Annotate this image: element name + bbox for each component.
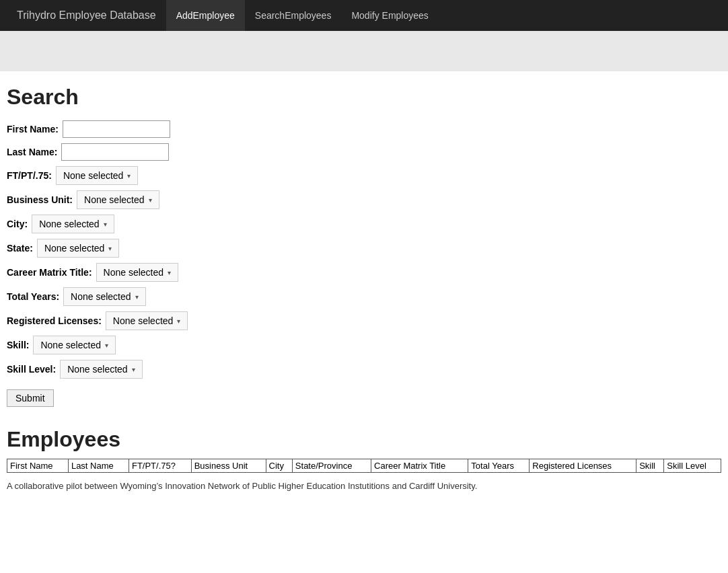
career-matrix-dropdown[interactable]: None selected ▾: [96, 263, 179, 282]
total-years-chevron-icon: ▾: [135, 293, 139, 301]
state-dropdown-label: None selected: [44, 243, 105, 254]
city-row: City: None selected ▾: [7, 215, 721, 233]
state-dropdown[interactable]: None selected ▾: [37, 239, 120, 258]
last-name-input[interactable]: [61, 143, 169, 161]
col-state-province: State/Province: [292, 459, 371, 473]
table-header-row: First Name Last Name FT/PT/.75? Business…: [7, 459, 721, 473]
col-skill-level: Skill Level: [664, 459, 721, 473]
registered-licenses-chevron-icon: ▾: [177, 317, 180, 325]
skill-dropdown[interactable]: None selected ▾: [33, 336, 116, 354]
col-total-years: Total Years: [468, 459, 530, 473]
city-label: City:: [7, 219, 28, 229]
registered-licenses-label: Registered Licenses:: [7, 315, 102, 326]
col-skill: Skill: [636, 459, 664, 473]
skill-label: Skill:: [7, 340, 29, 350]
first-name-label: First Name:: [7, 124, 59, 135]
total-years-row: Total Years: None selected ▾: [7, 287, 721, 306]
first-name-input[interactable]: [63, 120, 170, 138]
first-name-row: First Name:: [7, 120, 721, 138]
col-registered-licenses: Registered Licenses: [530, 459, 636, 473]
col-first-name: First Name: [7, 459, 69, 473]
state-row: State: None selected ▾: [7, 239, 721, 258]
state-label: State:: [7, 243, 33, 254]
registered-licenses-row: Registered Licenses: None selected ▾: [7, 311, 721, 330]
employees-section: Employees First Name Last Name FT/PT/.75…: [7, 427, 721, 491]
skill-chevron-icon: ▾: [105, 342, 108, 349]
ft-pt-chevron-icon: ▾: [127, 172, 131, 180]
skill-level-chevron-icon: ▾: [132, 366, 135, 373]
navbar: Trihydro Employee Database AddEmployee S…: [0, 0, 728, 31]
skill-level-label: Skill Level:: [7, 364, 56, 375]
navbar-brand: Trihydro Employee Database: [7, 9, 166, 22]
col-ft-pt: FT/PT/.75?: [129, 459, 191, 473]
col-last-name: Last Name: [68, 459, 129, 473]
skill-level-row: Skill Level: None selected ▾: [7, 360, 721, 379]
city-dropdown[interactable]: None selected ▾: [32, 215, 114, 233]
skill-dropdown-label: None selected: [40, 340, 101, 350]
career-matrix-label: Career Matrix Title:: [7, 267, 92, 278]
registered-licenses-dropdown[interactable]: None selected ▾: [106, 311, 188, 330]
navbar-item-searchemployees[interactable]: SearchEmployees: [245, 0, 342, 31]
navbar-item-modifyemployees[interactable]: Modify Employees: [341, 0, 438, 31]
business-unit-dropdown[interactable]: None selected ▾: [77, 190, 159, 209]
last-name-row: Last Name:: [7, 143, 721, 161]
skill-level-dropdown[interactable]: None selected ▾: [60, 360, 143, 379]
business-unit-dropdown-label: None selected: [84, 194, 145, 205]
career-matrix-dropdown-label: None selected: [104, 267, 164, 278]
submit-row: Submit: [7, 384, 721, 407]
city-dropdown-label: None selected: [39, 219, 100, 229]
ft-pt-row: FT/PT/.75: None selected ▾: [7, 166, 721, 185]
search-heading: Search: [7, 85, 721, 110]
ft-pt-dropdown-label: None selected: [63, 170, 124, 181]
col-career-matrix-title: Career Matrix Title: [371, 459, 468, 473]
registered-licenses-dropdown-label: None selected: [113, 315, 174, 326]
skill-row: Skill: None selected ▾: [7, 336, 721, 354]
career-matrix-row: Career Matrix Title: None selected ▾: [7, 263, 721, 282]
col-city: City: [266, 459, 292, 473]
footer-text: A collaborative pilot between Wyoming’s …: [7, 481, 721, 491]
state-chevron-icon: ▾: [108, 245, 112, 252]
business-unit-label: Business Unit:: [7, 194, 73, 205]
last-name-label: Last Name:: [7, 147, 57, 157]
business-unit-row: Business Unit: None selected ▾: [7, 190, 721, 209]
total-years-dropdown-label: None selected: [71, 291, 131, 302]
ft-pt-dropdown[interactable]: None selected ▾: [56, 166, 139, 185]
main-content: Search First Name: Last Name: FT/PT/.75:…: [0, 71, 728, 498]
business-unit-chevron-icon: ▾: [149, 196, 152, 204]
employees-heading: Employees: [7, 427, 721, 452]
total-years-dropdown[interactable]: None selected ▾: [63, 287, 146, 306]
ft-pt-label: FT/PT/.75:: [7, 170, 52, 181]
career-matrix-chevron-icon: ▾: [168, 269, 171, 276]
gray-band: [0, 31, 728, 71]
employees-table: First Name Last Name FT/PT/.75? Business…: [7, 459, 721, 473]
submit-button[interactable]: Submit: [7, 389, 54, 407]
city-chevron-icon: ▾: [104, 221, 107, 228]
col-business-unit: Business Unit: [191, 459, 266, 473]
navbar-item-addemployee[interactable]: AddEmployee: [166, 0, 245, 31]
skill-level-dropdown-label: None selected: [67, 364, 128, 375]
total-years-label: Total Years:: [7, 291, 59, 302]
